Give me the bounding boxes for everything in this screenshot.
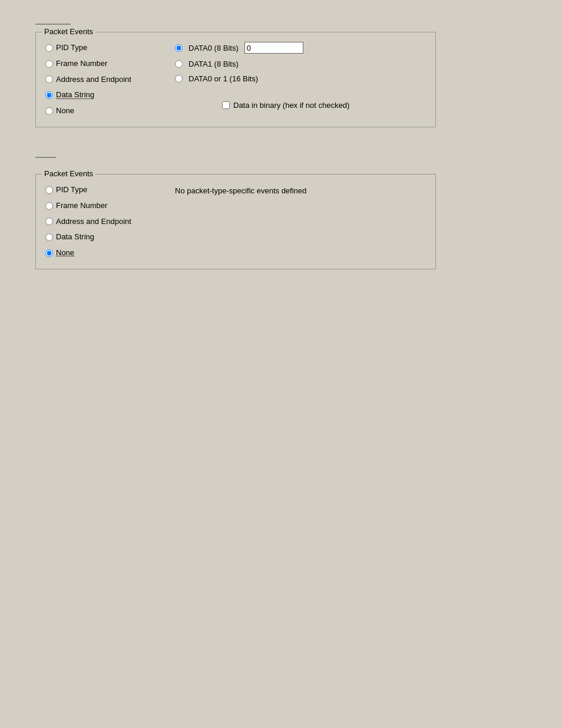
panel1-radio-none-input[interactable] (45, 107, 53, 115)
panel2-legend: Packet Events (42, 169, 95, 178)
panel1-data1-radio[interactable] (175, 60, 183, 68)
panel1: Packet Events PID Type Frame Number Addr… (35, 32, 436, 127)
panel2-radio-pid: PID Type (45, 184, 163, 196)
panel1-content: PID Type Frame Number Address and Endpoi… (45, 42, 426, 117)
panel2-radio-pid-input[interactable] (45, 186, 53, 194)
panel1-radio-pid-label: PID Type (56, 42, 87, 54)
panel2-radio-frame-input[interactable] (45, 202, 53, 210)
panel1-radio-frame: Frame Number (45, 58, 163, 70)
page-container: Packet Events PID Type Frame Number Addr… (12, 12, 550, 281)
panel1-radio-data-label: Data String (56, 89, 94, 101)
panel1-radio-addr: Address and Endpoint (45, 74, 163, 86)
panel2-radio-pid-label: PID Type (56, 184, 87, 196)
panel2-radio-addr-label: Address and Endpoint (56, 216, 131, 228)
panel1-data0-radio[interactable] (175, 44, 183, 52)
panel2-radio-data: Data String (45, 231, 163, 243)
panel1-radio-pid-input[interactable] (45, 44, 53, 52)
panel2-radio-data-input[interactable] (45, 233, 53, 241)
panel1-binary-checkbox[interactable] (222, 101, 230, 109)
panel1-data01-row: DATA0 or 1 (16 Bits) (175, 74, 426, 83)
panel1-data0-row: DATA0 (8 Bits) (175, 42, 426, 54)
panel2-radio-frame-label: Frame Number (56, 200, 107, 212)
panel2-right-col: No packet-type-specific events defined (163, 184, 426, 259)
panel2-left-col: PID Type Frame Number Address and Endpoi… (45, 184, 163, 259)
panel1-radio-data: Data String (45, 89, 163, 101)
panel2-radio-none-label: None (56, 247, 74, 259)
panel2-radio-data-label: Data String (56, 231, 94, 243)
panel1-radio-addr-input[interactable] (45, 75, 53, 83)
panel1-checkbox-row: Data in binary (hex if not checked) (175, 101, 426, 110)
panel1-left-col: PID Type Frame Number Address and Endpoi… (45, 42, 163, 117)
panel2-content: PID Type Frame Number Address and Endpoi… (45, 184, 426, 259)
panel1-data1-label: DATA1 (8 Bits) (189, 60, 239, 68)
panel1-data01-radio[interactable] (175, 75, 183, 83)
panel2-radio-frame: Frame Number (45, 200, 163, 212)
panel2-radio-none: None (45, 247, 163, 259)
spacer2 (35, 165, 527, 174)
panel2: Packet Events PID Type Frame Number Addr… (35, 174, 436, 269)
panel2-radio-none-input[interactable] (45, 249, 53, 257)
panel1-data-input[interactable] (244, 42, 303, 54)
panel1-radio-pid: PID Type (45, 42, 163, 54)
panel1-data1-row: DATA1 (8 Bits) (175, 60, 426, 68)
panel1-legend: Packet Events (42, 27, 95, 36)
data-string-text: Data String (56, 90, 94, 99)
panel1-radio-none-label: None (56, 105, 74, 117)
panel1-data01-label: DATA0 or 1 (16 Bits) (189, 74, 258, 83)
spacer1 (35, 127, 527, 157)
panel2-radio-addr-input[interactable] (45, 218, 53, 225)
panel2-radio-addr: Address and Endpoint (45, 216, 163, 228)
panel1-radio-none: None (45, 105, 163, 117)
panel1-radio-frame-input[interactable] (45, 60, 53, 68)
panel2-no-events-msg: No packet-type-specific events defined (175, 184, 426, 195)
panel1-radio-data-input[interactable] (45, 91, 53, 99)
panel1-right-col: DATA0 (8 Bits) DATA1 (8 Bits) DATA0 or 1… (163, 42, 426, 117)
panel1-data0-label: DATA0 (8 Bits) (189, 44, 239, 52)
panel1-binary-label: Data in binary (hex if not checked) (233, 101, 349, 110)
none-text: None (56, 248, 74, 257)
panel1-radio-addr-label: Address and Endpoint (56, 74, 131, 86)
panel1-radio-frame-label: Frame Number (56, 58, 107, 70)
top-divider (35, 24, 71, 25)
second-divider (35, 157, 56, 158)
